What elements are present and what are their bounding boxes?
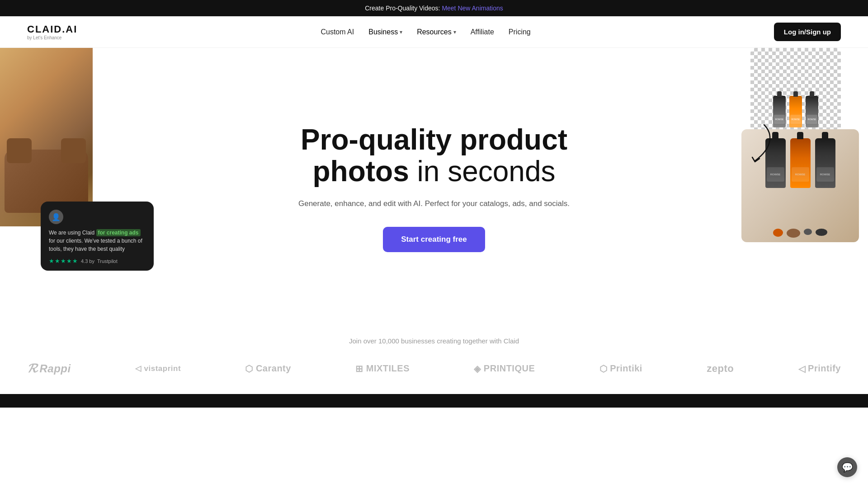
nav-item-custom-ai[interactable]: Custom AI <box>321 28 354 36</box>
hero-subtitle: Generate, enhance, and edit with AI. Per… <box>289 197 579 210</box>
vistaprint-icon: ◁ <box>135 364 142 373</box>
nav-links: Custom AI Business Resources Affiliate P… <box>321 28 530 36</box>
hero-image-right: ROWSE ROWSE ROWSE ROWSE ROWS <box>741 48 868 242</box>
bottle-dark-2: ROWSE <box>806 96 818 127</box>
avatar-icon: 👤 <box>52 213 61 221</box>
bottle-label-2: ROWSE <box>790 115 801 124</box>
footer-dark-bar <box>0 394 868 408</box>
testimonial-avatar: 👤 <box>49 210 63 224</box>
announcement-text: Create Pro-Quality Videos: <box>365 5 442 12</box>
printiki-icon: ⬡ <box>599 363 608 374</box>
logo-rappi: 𝓡 Rappi <box>27 361 71 376</box>
start-creating-button[interactable]: Start creating free <box>383 227 485 252</box>
testimonial-text-after: for our clients. We've tested a bunch of… <box>49 238 142 252</box>
bottle-orange: ROWSE <box>789 96 802 127</box>
mixtiles-icon: ⊞ <box>355 363 363 374</box>
hero-title-light: in seconds <box>409 155 556 188</box>
hero-image-left <box>0 48 93 226</box>
rappi-text: Rappi <box>40 362 71 375</box>
printify-icon: ◁ <box>798 363 806 374</box>
zepto-text: zepto <box>707 363 734 375</box>
printique-icon: ◈ <box>474 363 481 374</box>
star-icons: ★★★★★ <box>49 258 78 264</box>
hero-section: 👤 We are using Claid for creating ads fo… <box>0 48 868 328</box>
logo-sub: by Let's Enhance <box>27 35 77 41</box>
hero-content: Pro-quality product photos in seconds Ge… <box>280 124 588 252</box>
nav-item-affiliate[interactable]: Affiliate <box>471 28 494 36</box>
nav-link-pricing[interactable]: Pricing <box>509 28 531 36</box>
testimonial-highlight: for creating ads <box>96 229 141 236</box>
logo-text: CLAID.AI <box>27 23 77 35</box>
nav-link-affiliate[interactable]: Affiliate <box>471 28 494 36</box>
product-props <box>741 229 859 238</box>
nav-logo[interactable]: CLAID.AI by Let's Enhance <box>27 23 77 41</box>
rating-text: 4.3 by <box>81 258 94 264</box>
prop-small-2 <box>816 229 827 236</box>
vistaprint-text: vistaprint <box>144 364 181 373</box>
printiki-text: Printiki <box>610 363 642 374</box>
rappi-icon: 𝓡 <box>27 361 37 376</box>
logo-vistaprint: ◁ vistaprint <box>135 364 181 373</box>
trustpilot-label: Trustpilot <box>97 258 118 264</box>
printify-text: Printify <box>808 363 841 374</box>
sofa-background <box>0 48 93 226</box>
logo-printify: ◁ Printify <box>798 363 841 374</box>
navbar: CLAID.AI by Let's Enhance Custom AI Busi… <box>0 16 868 48</box>
prop-orange <box>773 229 783 237</box>
styled-label-3: ROWSE <box>816 167 834 182</box>
logo-printiki: ⬡ Printiki <box>599 363 642 374</box>
hero-title: Pro-quality product photos in seconds <box>289 124 579 188</box>
logo-printique: ◈ PRINTIQUE <box>474 363 535 374</box>
caranty-text: Caranty <box>256 363 291 374</box>
logo-zepto: zepto <box>707 363 734 375</box>
product-before-image: ROWSE ROWSE ROWSE <box>750 48 841 129</box>
social-proof-text: Join over 10,000 businesses creating tog… <box>0 328 868 352</box>
trustpilot-row: ★★★★★ 4.3 by Trustpilot <box>49 258 146 264</box>
announcement-link[interactable]: Meet New Animations <box>442 5 503 12</box>
social-proof-label: Join over 10,000 businesses creating tog… <box>349 337 519 345</box>
logo-caranty: ⬡ Caranty <box>245 363 291 374</box>
bottle-label-3: ROWSE <box>807 115 817 124</box>
login-signup-button[interactable]: Log in/Sign up <box>774 23 841 41</box>
styled-bottle-3: ROWSE <box>815 138 835 188</box>
caranty-icon: ⬡ <box>245 363 253 374</box>
testimonial-card: 👤 We are using Claid for creating ads fo… <box>41 202 154 271</box>
announcement-bar: Create Pro-Quality Videos: Meet New Anim… <box>0 0 868 16</box>
printique-text: PRINTIQUE <box>484 363 535 374</box>
logo-mixtiles: ⊞ MIXTILES <box>355 363 410 374</box>
nav-link-resources[interactable]: Resources <box>417 28 451 36</box>
nav-link-business[interactable]: Business <box>368 28 398 36</box>
testimonial-text-before: We are using Claid <box>49 230 96 236</box>
arrow-icon <box>732 120 778 174</box>
testimonial-text: We are using Claid for creating ads for … <box>49 229 146 253</box>
nav-item-pricing[interactable]: Pricing <box>509 28 531 36</box>
nav-item-business[interactable]: Business <box>368 28 402 36</box>
logos-bar: 𝓡 Rappi ◁ vistaprint ⬡ Caranty ⊞ MIXTILE… <box>0 352 868 394</box>
nav-link-custom-ai[interactable]: Custom AI <box>321 28 354 36</box>
prop-brown <box>787 229 800 238</box>
styled-label-2: ROWSE <box>792 167 809 182</box>
prop-small <box>804 229 812 235</box>
styled-bottle-2: ROWSE <box>790 138 811 188</box>
nav-item-resources[interactable]: Resources <box>417 28 456 36</box>
mixtiles-text: MIXTILES <box>366 363 410 374</box>
